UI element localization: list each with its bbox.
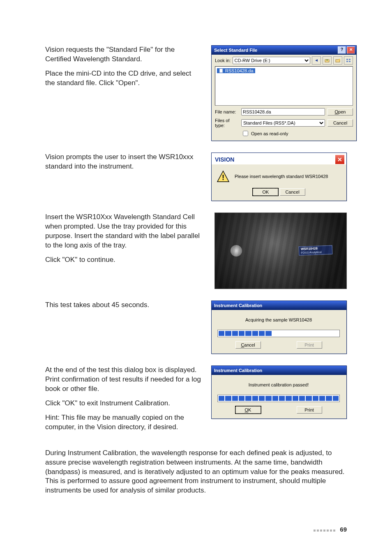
page-number: 69: [340, 526, 347, 533]
warning-icon: !: [217, 170, 230, 183]
new-folder-icon[interactable]: [333, 56, 342, 65]
up-folder-icon[interactable]: [323, 56, 332, 65]
svg-rect-5: [346, 61, 348, 62]
vision-prompt-dialog: VISION ✕ ! Please insert wavelength stan…: [211, 153, 347, 201]
svg-rect-6: [349, 61, 350, 62]
file-open-dialog: Select Standard File ? ✕ Look in: CD-RW …: [211, 45, 357, 141]
instrument-tray-photo: WSR10428 FOSS Analytical: [214, 213, 347, 289]
body-text: Hint: This file may be manually copied o…: [45, 413, 201, 432]
open-button[interactable]: Open: [327, 108, 353, 116]
progress-bar: [217, 330, 340, 337]
progress-message: Acquiring the sample WSR10428: [217, 317, 340, 322]
body-text: Vision requests the "Standard File" for …: [45, 45, 201, 64]
filename-label: File name:: [215, 109, 239, 114]
back-icon[interactable]: [312, 56, 321, 65]
cancel-button[interactable]: Cancel: [235, 341, 261, 349]
svg-text:!: !: [222, 173, 224, 182]
svg-rect-7: [219, 69, 223, 73]
body-text: Click "OK" to exit Instrument Calibratio…: [45, 399, 201, 408]
progress-message: Instrument calibration passed!: [217, 382, 340, 387]
filetype-label: Files of type:: [215, 118, 239, 128]
print-button[interactable]: Print: [297, 406, 322, 414]
body-text: Place the mini-CD into the CD drive, and…: [45, 69, 201, 88]
body-text: Vision prompts the user to insert the WS…: [45, 153, 201, 171]
file-list[interactable]: RSS10428.da: [215, 66, 353, 106]
close-button[interactable]: ✕: [335, 155, 345, 164]
file-item[interactable]: RSS10428.da: [217, 68, 255, 73]
svg-rect-3: [346, 59, 348, 60]
progress-bar: [217, 395, 340, 402]
dialog-title: Instrument Calibration: [214, 368, 345, 373]
lookin-select[interactable]: CD-RW Drive (E:): [233, 57, 310, 64]
svg-point-2: [339, 59, 340, 60]
close-button[interactable]: ✕: [347, 46, 355, 54]
ok-button[interactable]: OK: [235, 406, 261, 414]
cancel-button[interactable]: Cancel: [280, 188, 305, 196]
readonly-label: Open as read-only: [251, 131, 288, 136]
filename-input[interactable]: [241, 108, 325, 116]
dialog-title: Instrument Calibration: [214, 303, 345, 308]
dialog-title: VISION: [215, 156, 234, 163]
svg-rect-4: [349, 59, 350, 60]
ok-button[interactable]: OK: [253, 188, 278, 196]
dialog-title: Select Standard File: [214, 48, 337, 53]
calibration-passed-dialog: Instrument Calibration Instrument calibr…: [211, 365, 347, 419]
view-menu-icon[interactable]: [344, 56, 353, 65]
dialog-message: Please insert wavelength standard WSR104…: [235, 174, 328, 179]
cancel-button[interactable]: Cancel: [327, 119, 353, 127]
cell-label: WSR10428 FOSS Analytical: [299, 245, 333, 256]
filetype-select[interactable]: Standard Files (RSS*.DA): [241, 119, 325, 127]
help-button[interactable]: ?: [338, 46, 346, 54]
body-text: During Instrument Calibration, the wavel…: [45, 449, 347, 496]
body-text: At the end of the test this dialog box i…: [45, 365, 201, 394]
body-text: Click "OK" to continue.: [45, 255, 201, 265]
file-icon: [219, 68, 224, 73]
readonly-checkbox[interactable]: [243, 131, 248, 136]
lookin-label: Look in:: [215, 58, 231, 63]
body-text: This test takes about 45 seconds.: [45, 301, 201, 310]
page-footer: 69: [314, 526, 347, 533]
print-button: Print: [297, 341, 322, 349]
calibration-progress-dialog: Instrument Calibration Acquiring the sam…: [211, 301, 347, 354]
footer-dots-icon: [314, 526, 337, 533]
body-text: Insert the WSR10Xxx Wavelength Standard …: [45, 213, 201, 250]
